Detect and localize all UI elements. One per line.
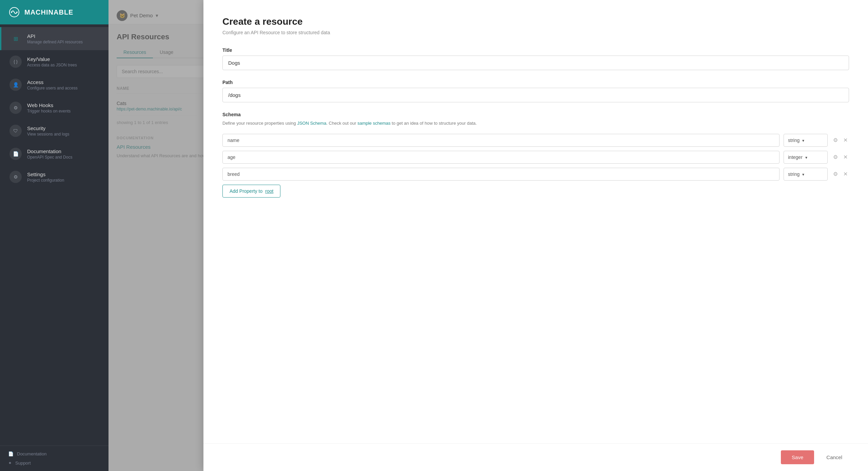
- access-icon: 👤: [9, 79, 22, 91]
- webhooks-icon: ⚙: [9, 102, 22, 114]
- path-input[interactable]: [222, 88, 849, 102]
- prop-name-chevron-icon: [802, 138, 804, 143]
- api-sublabel: Manage defined API resources: [27, 40, 83, 44]
- prop-breed-actions: ⚙ ✕: [832, 169, 849, 179]
- prop-breed-settings-button[interactable]: ⚙: [832, 169, 839, 179]
- prop-age-chevron-icon: [805, 155, 807, 160]
- title-label: Title: [222, 47, 849, 53]
- prop-age-input[interactable]: [222, 151, 780, 164]
- sidebar-item-access[interactable]: 👤 Access Configure users and access: [0, 73, 108, 96]
- schema-description: Define your resource properties using JS…: [222, 120, 849, 127]
- settings-sublabel: Project configuration: [27, 178, 64, 183]
- keyvalue-label: Key/Value: [27, 56, 77, 62]
- modal-content: Create a resource Configure an API Resou…: [203, 0, 868, 443]
- modal-subtitle: Configure an API Resource to store struc…: [222, 30, 849, 35]
- add-property-button[interactable]: Add Property to root: [222, 185, 280, 198]
- api-label: API: [27, 33, 83, 39]
- prop-age-type-value: integer: [788, 155, 803, 160]
- property-row-age: integer ⚙ ✕: [222, 151, 849, 164]
- footer-support-label: Support: [15, 460, 31, 466]
- prop-breed-chevron-icon: [802, 171, 804, 177]
- schema-desc-middle: . Check out our: [326, 121, 357, 126]
- save-button[interactable]: Save: [781, 450, 814, 464]
- webhooks-sublabel: Trigger hooks on events: [27, 109, 71, 114]
- access-sublabel: Configure users and access: [27, 86, 78, 90]
- prop-name-type-select[interactable]: string: [784, 134, 828, 147]
- prop-age-type-select[interactable]: integer: [784, 151, 828, 164]
- create-resource-modal: Create a resource Configure an API Resou…: [203, 0, 868, 471]
- footer-docs-icon: 📄: [8, 451, 14, 456]
- documentation-icon: 📄: [9, 148, 22, 160]
- security-icon: 🛡: [9, 125, 22, 137]
- sidebar-nav: ⊞ API Manage defined API resources { } K…: [0, 24, 108, 446]
- schema-section: Schema Define your resource properties u…: [222, 112, 849, 198]
- sidebar-logo: MACHINABLE: [0, 0, 108, 24]
- schema-title: Schema: [222, 112, 849, 117]
- prop-breed-input[interactable]: [222, 168, 780, 181]
- settings-icon: ⚙: [9, 171, 22, 183]
- footer-docs[interactable]: 📄 Documentation: [8, 451, 100, 456]
- security-label: Security: [27, 125, 70, 131]
- sidebar-item-keyvalue[interactable]: { } Key/Value Access data as JSON trees: [0, 50, 108, 73]
- path-section: Path: [222, 80, 849, 102]
- api-icon: ⊞: [9, 33, 22, 45]
- prop-age-actions: ⚙ ✕: [832, 152, 849, 162]
- footer-support[interactable]: ✦ Support: [8, 460, 100, 466]
- prop-breed-type-value: string: [788, 171, 800, 177]
- property-row-name: string ⚙ ✕: [222, 134, 849, 147]
- main-area: 🐱 Pet Demo ▾ API Resources Resources Usa…: [108, 0, 868, 471]
- title-input[interactable]: [222, 56, 849, 70]
- sidebar-item-webhooks[interactable]: ⚙ Web Hooks Trigger hooks on events: [0, 96, 108, 119]
- property-row-breed: string ⚙ ✕: [222, 168, 849, 181]
- documentation-sublabel: OpenAPI Spec and Docs: [27, 155, 72, 160]
- prop-name-type-value: string: [788, 138, 800, 143]
- app-name: MACHINABLE: [24, 8, 73, 16]
- prop-breed-delete-button[interactable]: ✕: [842, 169, 849, 179]
- svg-point-1: [11, 12, 12, 13]
- footer-docs-label: Documentation: [17, 451, 46, 456]
- svg-point-2: [16, 12, 18, 13]
- sample-schemas-link[interactable]: sample schemas: [357, 121, 391, 126]
- webhooks-label: Web Hooks: [27, 102, 71, 108]
- path-label: Path: [222, 80, 849, 85]
- footer-support-icon: ✦: [8, 460, 12, 466]
- sidebar: MACHINABLE ⊞ API Manage defined API reso…: [0, 0, 108, 471]
- prop-name-input[interactable]: [222, 134, 780, 147]
- title-section: Title: [222, 47, 849, 70]
- sidebar-item-api[interactable]: ⊞ API Manage defined API resources: [0, 27, 108, 50]
- add-property-label-prefix: Add Property to: [230, 188, 262, 194]
- keyvalue-sublabel: Access data as JSON trees: [27, 63, 77, 67]
- prop-name-delete-button[interactable]: ✕: [842, 136, 849, 145]
- json-schema-link[interactable]: JSON Schema: [297, 121, 326, 126]
- keyvalue-icon: { }: [9, 56, 22, 68]
- sidebar-item-security[interactable]: 🛡 Security View sessions and logs: [0, 119, 108, 142]
- cancel-button[interactable]: Cancel: [820, 450, 849, 464]
- sidebar-footer: 📄 Documentation ✦ Support: [0, 446, 108, 471]
- schema-desc-prefix: Define your resource properties using: [222, 121, 297, 126]
- prop-name-settings-button[interactable]: ⚙: [832, 136, 839, 145]
- sidebar-item-settings[interactable]: ⚙ Settings Project configuration: [0, 165, 108, 188]
- prop-breed-type-select[interactable]: string: [784, 168, 828, 181]
- machinable-logo-icon: [8, 6, 20, 18]
- modal-footer: Save Cancel: [203, 443, 868, 471]
- sidebar-item-documentation[interactable]: 📄 Documentation OpenAPI Spec and Docs: [0, 142, 108, 165]
- access-label: Access: [27, 79, 78, 85]
- add-property-label-target: root: [265, 188, 273, 194]
- settings-label: Settings: [27, 171, 64, 177]
- modal-title: Create a resource: [222, 16, 849, 27]
- documentation-label: Documentation: [27, 148, 72, 154]
- prop-age-settings-button[interactable]: ⚙: [832, 152, 839, 162]
- prop-age-delete-button[interactable]: ✕: [842, 152, 849, 162]
- prop-name-actions: ⚙ ✕: [832, 136, 849, 145]
- schema-desc-suffix: to get an idea of how to structure your …: [391, 121, 477, 126]
- security-sublabel: View sessions and logs: [27, 132, 70, 137]
